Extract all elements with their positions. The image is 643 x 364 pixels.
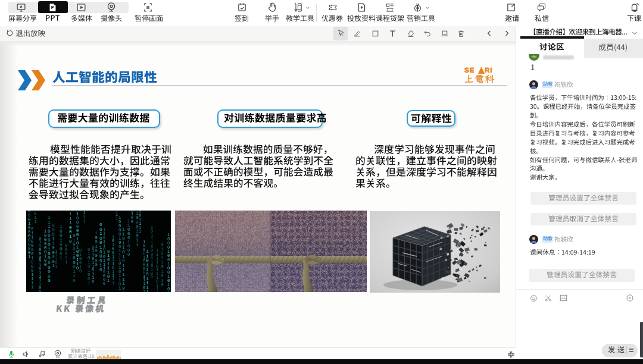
svg-text:0: 0 [92, 280, 94, 284]
svg-text:1: 1 [146, 289, 149, 292]
svg-text:0: 0 [167, 291, 170, 292]
svg-text:0: 0 [76, 266, 79, 271]
svg-text:1: 1 [65, 260, 68, 265]
svg-text:1: 1 [34, 219, 37, 224]
svg-text:1: 1 [118, 286, 121, 291]
svg-text:0: 0 [48, 278, 51, 283]
svg-text:1: 1 [139, 229, 141, 234]
svg-text:1: 1 [156, 290, 158, 292]
svg-text:0: 0 [103, 281, 105, 286]
svg-text:0: 0 [127, 252, 130, 257]
svg-text:1: 1 [83, 219, 86, 224]
svg-text:0: 0 [44, 262, 46, 267]
svg-text:1: 1 [112, 281, 114, 285]
svg-text:0: 0 [95, 262, 98, 267]
svg-text:1: 1 [143, 289, 145, 292]
svg-text:0: 0 [69, 239, 72, 244]
svg-text:1: 1 [88, 281, 90, 285]
svg-text:0: 0 [131, 219, 133, 224]
svg-text:0: 0 [161, 282, 164, 287]
svg-text:0: 0 [73, 278, 76, 283]
svg-text:0: 0 [79, 269, 82, 274]
svg-text:1: 1 [60, 255, 63, 261]
svg-text:1: 1 [31, 285, 34, 290]
svg-text:P: P [51, 5, 54, 10]
svg-text:1: 1 [136, 242, 139, 247]
svg-text:1: 1 [107, 278, 110, 283]
svg-text:1: 1 [116, 216, 118, 221]
svg-text:1: 1 [55, 265, 57, 269]
svg-text:0: 0 [99, 267, 102, 272]
svg-text:0: 0 [39, 290, 41, 292]
svg-text:0: 0 [122, 290, 125, 292]
svg-text:0: 0 [151, 275, 153, 280]
